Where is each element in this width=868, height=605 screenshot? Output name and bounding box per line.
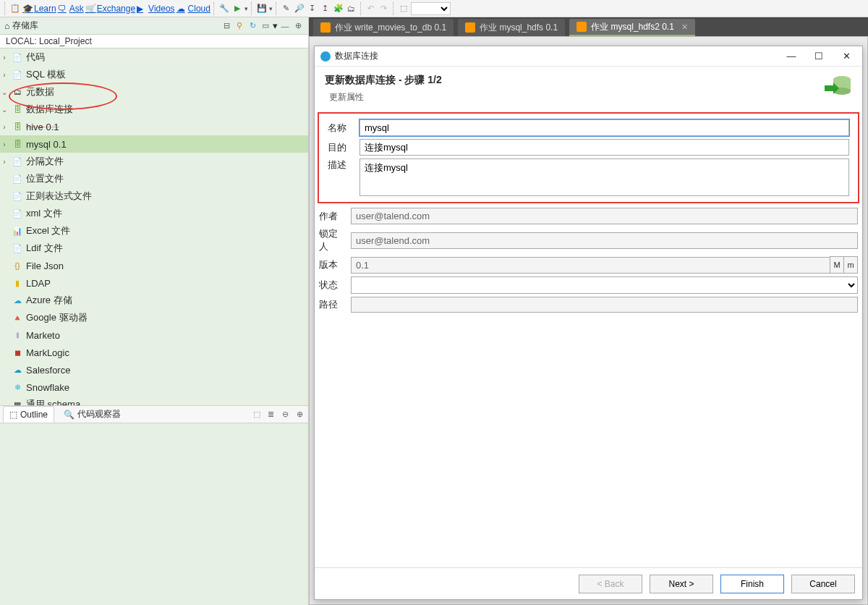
tree-salesforce[interactable]: ☁Salesforce: [0, 363, 308, 377]
label-author: 作者: [319, 210, 351, 223]
editor-body: 数据库连接 — ☐ ✕ 更新数据库连接 - 步骤 1/2 更新属性: [309, 36, 868, 605]
version-minor-button[interactable]: m: [843, 256, 858, 274]
dialog-headline: 更新数据库连接 - 步骤 1/2: [325, 74, 442, 87]
tree-pos-files[interactable]: 📄位置文件: [0, 172, 308, 186]
field-author: user@talend.com: [351, 208, 858, 224]
tree-ldif-files[interactable]: 📄Ldif 文件: [0, 241, 308, 255]
link-cloud[interactable]: ☁Cloud: [176, 4, 210, 14]
field-locker: user@talend.com: [351, 232, 858, 249]
link-videos[interactable]: ▶Videos: [137, 4, 174, 14]
back-button: < Back: [579, 575, 642, 593]
run-icon[interactable]: ▶: [231, 3, 243, 14]
outline-tool2-icon[interactable]: ≣: [265, 409, 277, 420]
tree-db-connection[interactable]: ⌄🗄数据库连接: [0, 102, 308, 117]
highlighted-fields: 名称 目的 描述 连接mysql: [318, 112, 859, 203]
field-path: [351, 297, 858, 313]
view-menu-icon[interactable]: ▭: [260, 20, 271, 32]
tree-code[interactable]: ›📄代码: [0, 50, 308, 64]
label-name: 名称: [328, 122, 359, 135]
dialog-subtitle: 更新属性: [325, 91, 442, 103]
label-locker: 锁定人: [319, 227, 351, 253]
db-connection-dialog: 数据库连接 — ☐ ✕ 更新数据库连接 - 步骤 1/2 更新属性: [314, 46, 863, 600]
input-purpose[interactable]: [359, 139, 849, 156]
collapse-all-icon[interactable]: ⊟: [221, 20, 232, 32]
tree-delim-files[interactable]: ›📄分隔文件: [0, 154, 308, 169]
editor-tab-0[interactable]: 作业 write_movies_to_db 0.1: [313, 19, 454, 36]
tree-hive[interactable]: ›🗄hive 0.1: [0, 119, 308, 134]
tree-mysql[interactable]: ›🗄mysql 0.1: [0, 137, 308, 151]
tool2-icon[interactable]: ↧: [307, 3, 318, 14]
toolbar-combo[interactable]: [411, 2, 451, 15]
dialog-app-icon: [320, 51, 331, 62]
open-icon[interactable]: 📋: [9, 3, 21, 14]
undo-icon[interactable]: ↶: [365, 3, 377, 14]
tool4-icon[interactable]: 🧩: [333, 3, 344, 14]
label-version: 版本: [319, 258, 351, 271]
label-desc: 描述: [328, 158, 359, 172]
version-major-button[interactable]: M: [830, 256, 844, 274]
tree-xml-files[interactable]: 📄xml 文件: [0, 206, 308, 221]
top-toolbar: 📋 🎓Learn 🗨Ask 🛒Exchange ▶Videos ☁Cloud 🔧…: [0, 0, 868, 17]
outline-minimize-icon[interactable]: ⊖: [279, 409, 291, 420]
tree-excel-files[interactable]: 📊Excel 文件: [0, 224, 308, 238]
edit-icon[interactable]: ✎: [281, 3, 292, 14]
project-icon[interactable]: 🔧: [218, 3, 230, 14]
input-name[interactable]: [359, 119, 849, 136]
link-ask[interactable]: 🗨Ask: [58, 4, 84, 14]
tab-outline[interactable]: ⬚Outline: [3, 406, 54, 423]
maximize-icon[interactable]: ⊕: [292, 20, 304, 32]
tree-azure[interactable]: ☁Azure 存储: [0, 293, 308, 308]
dialog-title: 数据库连接: [335, 50, 378, 62]
tab-code-inspector[interactable]: 🔍代码观察器: [57, 406, 127, 423]
project-label: LOCAL: Local_Project: [0, 35, 308, 48]
cancel-button[interactable]: Cancel: [791, 575, 855, 593]
label-path: 路径: [319, 298, 351, 311]
tree-metadata[interactable]: ⌄🗂元数据: [0, 85, 308, 99]
outline-body: [0, 423, 308, 605]
link-learn[interactable]: 🎓Learn: [22, 4, 56, 14]
label-state: 状态: [319, 279, 351, 292]
job-icon: [465, 22, 475, 33]
dialog-close-icon[interactable]: ✕: [836, 48, 856, 64]
tool5-icon[interactable]: 🗂: [346, 3, 357, 14]
tree-sql-templates[interactable]: ›📄SQL 模板: [0, 67, 308, 82]
redo-icon[interactable]: ↷: [378, 3, 390, 14]
field-version: 0.1: [351, 257, 830, 274]
tree-marklogic[interactable]: ◼MarkLogic: [0, 345, 308, 360]
editor-tab-2[interactable]: 作业 mysql_hdfs2 0.1✕: [569, 19, 695, 36]
tree-file-json[interactable]: {}File Json: [0, 258, 308, 273]
tool3-icon[interactable]: ↥: [320, 3, 331, 14]
select-state[interactable]: [351, 276, 858, 294]
tree-snowflake[interactable]: ❄Snowflake: [0, 380, 308, 394]
tree-ldap[interactable]: ▮LDAP: [0, 276, 308, 290]
tree-marketo[interactable]: ⫴Marketo: [0, 328, 308, 342]
combo-icon[interactable]: ⬚: [398, 3, 409, 14]
bottom-tab-bar: ⬚Outline 🔍代码观察器 ⬚ ≣ ⊖ ⊕: [0, 406, 308, 423]
editor-tab-1[interactable]: 作业 mysql_hdfs 0.1: [458, 19, 565, 36]
dialog-database-icon: [822, 74, 852, 97]
save-icon[interactable]: 💾: [256, 3, 268, 14]
link-exchange[interactable]: 🛒Exchange: [85, 4, 135, 14]
tree-regex-files[interactable]: 📄正则表达式文件: [0, 189, 308, 203]
dialog-maximize-icon[interactable]: ☐: [809, 48, 829, 64]
tool1-icon[interactable]: 🔎: [294, 3, 305, 14]
next-button[interactable]: Next >: [650, 575, 713, 593]
job-icon: [576, 22, 587, 32]
job-icon: [320, 22, 331, 33]
filter-icon[interactable]: ⚲: [234, 20, 245, 32]
repo-tree[interactable]: LOCAL: Local_Project ›📄代码 ›📄SQL 模板 ⌄🗂元数据…: [0, 35, 308, 406]
home-icon: ⌂: [4, 21, 9, 31]
input-desc[interactable]: 连接mysql: [359, 158, 849, 196]
repo-title: 存储库: [12, 20, 38, 32]
outline-maximize-icon[interactable]: ⊕: [294, 409, 305, 420]
label-purpose: 目的: [328, 141, 359, 154]
refresh-icon[interactable]: ↻: [247, 20, 258, 32]
outline-tool1-icon[interactable]: ⬚: [251, 409, 263, 420]
tree-google[interactable]: 🔺Google 驱动器: [0, 310, 308, 325]
tree-generic-schema[interactable]: ▦通用 schema: [0, 397, 308, 406]
finish-button[interactable]: Finish: [720, 575, 784, 593]
editor-tab-bar: 作业 write_movies_to_db 0.1 作业 mysql_hdfs …: [309, 17, 868, 36]
dialog-minimize-icon[interactable]: —: [781, 48, 801, 64]
minimize-icon[interactable]: —: [279, 20, 291, 32]
close-tab-icon[interactable]: ✕: [681, 22, 688, 32]
